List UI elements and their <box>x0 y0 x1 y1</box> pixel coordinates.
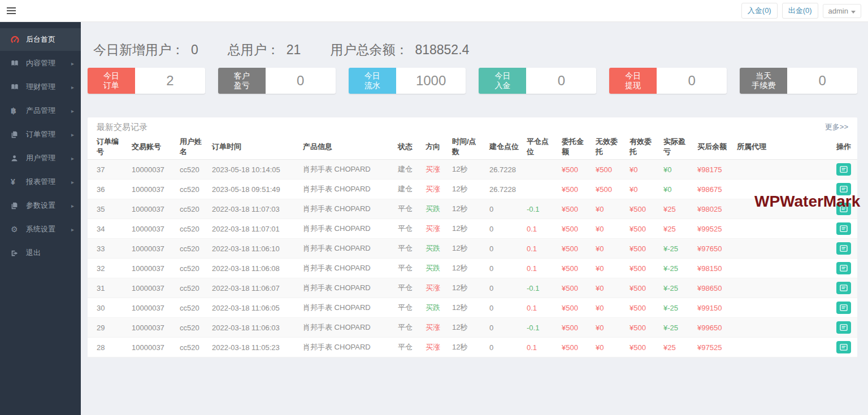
table-cell: 2022-03-18 11:06:05 <box>207 298 298 318</box>
stat-cards: 今日订单2客户盈亏0今日流水1000今日入金0今日提现0当天手续费0 <box>88 68 857 94</box>
sidebar-item-system-settings[interactable]: ⚙系统设置▸ <box>0 218 81 241</box>
chevron-right-icon: ▸ <box>71 84 74 90</box>
table-cell <box>732 180 832 199</box>
table-cell: ¥98175 <box>693 160 732 180</box>
table-cell: 2022-03-18 11:07:01 <box>207 219 298 239</box>
card-today-deposit: 今日入金0 <box>479 68 596 94</box>
table-cell: ¥500 <box>625 278 659 298</box>
view-order-button[interactable] <box>836 282 851 294</box>
stat-item: 用户总余额：818852.4 <box>330 41 469 59</box>
table-cell: ¥500 <box>557 239 591 259</box>
sidebar-item-label: 系统设置 <box>26 224 55 234</box>
table-cell: 26.7228 <box>485 160 522 180</box>
table-cell: 0 <box>485 239 522 259</box>
chevron-right-icon: ▸ <box>71 155 74 161</box>
table-cell: ¥0 <box>591 199 625 219</box>
table-header-row: 订单编号交易账号用户姓名订单时间产品信息状态方向时间/点数建仓点位平仓点位委托金… <box>88 137 857 160</box>
table-cell: 29 <box>88 318 127 338</box>
admin-menu[interactable]: admin <box>823 4 861 18</box>
hamburger-icon[interactable] <box>6 7 16 17</box>
topbar-actions: 入金(0) 出金(0) admin <box>741 3 861 19</box>
table-cell: 0.1 <box>522 219 557 239</box>
sidebar-item-content-management[interactable]: 内容管理▸ <box>0 52 81 75</box>
table-cell: 平仓 <box>393 239 421 259</box>
table-cell: ¥500 <box>557 259 591 278</box>
table-cell: ¥0 <box>591 219 625 239</box>
table-cell <box>732 219 832 239</box>
bitcoin-icon: ฿ <box>11 106 20 115</box>
column-header: 订单时间 <box>207 137 298 160</box>
card-label: 今日订单 <box>88 68 135 94</box>
sidebar-item-finance-management[interactable]: 理财管理▸ <box>0 76 81 98</box>
table-cell: 10000037 <box>127 160 175 180</box>
view-order-button[interactable] <box>836 302 851 314</box>
view-order-button[interactable] <box>836 163 851 176</box>
stat-item: 今日新增用户：0 <box>93 41 198 59</box>
table-cell-action <box>832 239 857 259</box>
chevron-right-icon: ▸ <box>71 60 74 67</box>
table-cell: 10000037 <box>127 318 175 338</box>
view-order-button[interactable] <box>836 183 851 195</box>
column-header: 所属代理 <box>732 137 832 160</box>
withdraw-button[interactable]: 出金(0) <box>782 3 818 19</box>
card-value: 0 <box>526 68 596 94</box>
table-cell: 0 <box>485 278 522 298</box>
more-link[interactable]: 更多>> <box>825 122 848 132</box>
topbar: 入金(0) 出金(0) admin <box>0 0 868 22</box>
sidebar-item-report-management[interactable]: ¥报表管理▸ <box>0 171 81 193</box>
table-cell: 平仓 <box>393 338 421 357</box>
card-label: 当天手续费 <box>740 68 787 94</box>
table-row: 2810000037cc5202022-03-18 11:05:23肖邦手表 C… <box>88 338 857 357</box>
table-cell: cc520 <box>175 180 207 199</box>
table-cell: 10000037 <box>127 239 175 259</box>
table-cell: ¥99525 <box>693 219 732 239</box>
card-label: 今日提现 <box>609 68 657 94</box>
table-cell: ¥0 <box>591 239 625 259</box>
table-cell <box>522 160 557 180</box>
view-order-button[interactable] <box>836 203 851 215</box>
table-cell: ¥98650 <box>693 278 732 298</box>
sidebar-item-order-management[interactable]: 订单管理▸ <box>0 123 81 146</box>
sidebar-item-logout[interactable]: 退出 <box>0 242 81 264</box>
sidebar-item-dashboard-home[interactable]: 后台首页 <box>0 28 81 51</box>
main-content: 今日新增用户：0总用户：21用户总余额：818852.4 今日订单2客户盈亏0今… <box>81 22 868 415</box>
table-cell: ¥0 <box>591 318 625 338</box>
table-row: 3510000037cc5202022-03-18 11:07:03肖邦手表 C… <box>88 199 857 219</box>
sidebar-item-parameter-settings[interactable]: 参数设置▸ <box>0 194 81 217</box>
table-cell: 肖邦手表 CHOPARD <box>298 298 393 318</box>
table-cell: 12秒 <box>448 298 485 318</box>
view-order-button[interactable] <box>836 341 851 353</box>
stat-value: 0 <box>191 42 198 58</box>
sidebar-item-product-management[interactable]: ฿产品管理▸ <box>0 99 81 122</box>
table-cell: cc520 <box>175 160 207 180</box>
sidebar-item-label: 用户管理 <box>26 153 55 163</box>
view-order-button[interactable] <box>836 321 851 334</box>
table-cell: 肖邦手表 CHOPARD <box>298 160 393 180</box>
copy-icon <box>11 202 20 209</box>
card-value: 0 <box>657 68 727 94</box>
table-cell: ¥99650 <box>693 318 732 338</box>
stat-label: 今日新增用户： <box>93 41 184 59</box>
table-cell: 0.1 <box>522 298 557 318</box>
card-today-fee: 当天手续费0 <box>740 68 857 94</box>
card-value: 0 <box>787 68 857 94</box>
view-order-button[interactable] <box>836 222 851 235</box>
table-cell: ¥500 <box>557 338 591 357</box>
table-cell: 0.1 <box>522 239 557 259</box>
table-cell: 12秒 <box>448 160 485 180</box>
table-cell: cc520 <box>175 259 207 278</box>
table-cell: 0 <box>485 219 522 239</box>
table-cell: 2023-05-18 10:14:05 <box>207 160 298 180</box>
table-cell: 0.1 <box>522 259 557 278</box>
table-cell <box>732 318 832 338</box>
table-cell: ¥25 <box>659 219 693 239</box>
view-order-button[interactable] <box>836 242 851 255</box>
view-order-button[interactable] <box>836 262 851 274</box>
column-header: 买后余额 <box>693 137 732 160</box>
column-header: 状态 <box>393 137 421 160</box>
table-cell: 36 <box>88 180 127 199</box>
column-header: 有效委托 <box>625 137 659 160</box>
deposit-button[interactable]: 入金(0) <box>741 3 778 19</box>
sidebar-item-user-management[interactable]: 用户管理▸ <box>0 147 81 169</box>
table-cell: 0 <box>485 199 522 219</box>
